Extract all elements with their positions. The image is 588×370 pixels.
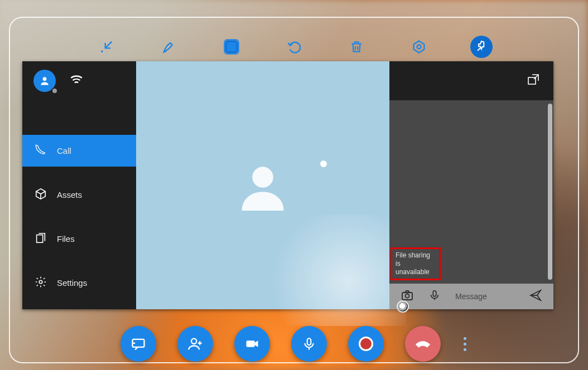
package-icon	[35, 188, 47, 202]
svg-marker-3	[414, 41, 425, 53]
chat-body: File sharing is unavailable	[389, 100, 553, 284]
pin-icon[interactable]	[470, 36, 493, 58]
svg-rect-16	[307, 338, 311, 345]
svg-point-14	[191, 339, 196, 344]
sidebar-item-label: Call	[57, 146, 71, 155]
microphone-button[interactable]	[291, 326, 327, 362]
participant-placeholder-icon	[238, 160, 288, 211]
camera-button[interactable]	[234, 326, 270, 362]
shape-square-icon[interactable]	[220, 36, 243, 58]
hangup-button[interactable]	[405, 326, 441, 362]
sidebar-item-files[interactable]: Files	[22, 223, 136, 255]
svg-point-0	[101, 50, 103, 52]
gear-icon	[35, 276, 47, 290]
record-dot-icon	[359, 337, 373, 351]
popout-icon[interactable]	[527, 73, 540, 89]
svg-point-4	[417, 45, 421, 49]
svg-point-7	[39, 280, 42, 284]
message-input[interactable]: Message	[455, 292, 514, 301]
undo-icon[interactable]	[283, 36, 305, 58]
chat-button[interactable]	[121, 326, 156, 362]
svg-rect-15	[247, 340, 255, 347]
sidebar-item-settings[interactable]: Settings	[22, 267, 136, 299]
svg-rect-6	[37, 235, 43, 243]
sidebar: Call Assets Files Settings	[22, 61, 136, 309]
presence-status-dot	[51, 87, 58, 94]
lens-icon[interactable]	[408, 36, 430, 58]
app-window: Call Assets Files Settings	[22, 61, 553, 309]
phone-icon	[35, 144, 47, 158]
chat-scrollbar[interactable]	[548, 104, 552, 280]
video-feed[interactable]	[136, 61, 389, 309]
wifi-icon[interactable]	[69, 72, 84, 89]
pen-icon[interactable]	[158, 36, 180, 58]
chat-panel: File sharing is unavailable Message	[389, 61, 553, 309]
svg-point-5	[43, 77, 47, 81]
pointer-dot	[320, 160, 327, 167]
add-person-button[interactable]	[177, 326, 213, 362]
chat-input-row: Message	[389, 284, 553, 309]
more-options-button[interactable]	[462, 326, 467, 362]
sidebar-item-label: Assets	[57, 190, 82, 199]
svg-point-11	[406, 294, 409, 298]
arrow-in-icon[interactable]	[95, 36, 118, 58]
tooltip-line: unavailable	[396, 268, 436, 276]
nav-list: Call Assets Files Settings	[22, 135, 136, 311]
annotation-toolbar	[0, 32, 588, 61]
avatar[interactable]	[33, 70, 56, 92]
sidebar-header	[22, 61, 136, 100]
microphone-icon[interactable]	[428, 289, 441, 304]
svg-point-8	[252, 167, 273, 188]
camera-knob	[397, 300, 409, 313]
chat-header	[389, 61, 553, 100]
svg-rect-1	[226, 41, 237, 52]
sidebar-item-label: Files	[57, 234, 75, 244]
sidebar-item-label: Settings	[57, 278, 87, 288]
send-icon[interactable]	[529, 289, 542, 304]
file-sharing-tooltip: File sharing is unavailable	[391, 247, 441, 280]
sidebar-item-call[interactable]: Call	[22, 135, 136, 167]
tooltip-line: File sharing is	[396, 251, 436, 268]
call-controls	[0, 326, 588, 362]
trash-icon[interactable]	[345, 36, 368, 58]
files-icon	[35, 232, 47, 246]
record-button[interactable]	[348, 326, 384, 362]
svg-rect-12	[433, 291, 436, 296]
sidebar-item-assets[interactable]: Assets	[22, 179, 136, 211]
